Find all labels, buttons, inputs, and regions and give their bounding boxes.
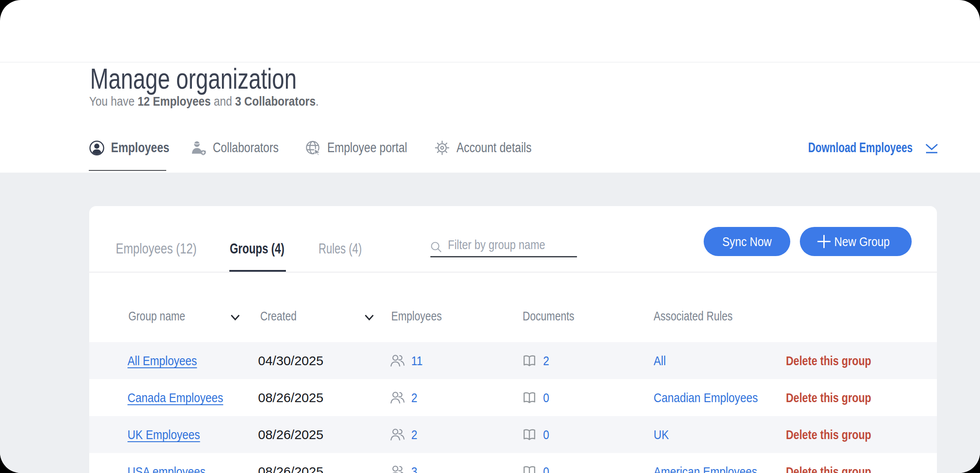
column-header-created: Created [260,306,297,326]
sort-group-name-icon[interactable] [230,314,240,323]
content-section: Employees (12) Groups (4) Rules (4) Sync… [0,173,980,473]
people-icon [390,466,405,473]
employees-count[interactable]: 11 [411,353,423,368]
new-group-label: New Group [834,227,889,256]
associated-rules-link[interactable]: Canadian Employees [654,390,758,405]
tab-employee-portal-label: Employee portal [327,140,407,156]
documents-count[interactable]: 2 [543,353,549,368]
download-employees-label: Download Employees [808,140,913,156]
delete-group-link[interactable]: Delete this group [786,390,871,405]
book-icon [523,355,536,367]
table-row: USA employees 08/26/2025 3 [89,453,937,473]
groups-card: Employees (12) Groups (4) Rules (4) Sync… [89,206,937,473]
employees-count[interactable]: 2 [411,427,417,442]
subtitle-suffix: . [315,94,319,108]
associated-rules-link[interactable]: UK [654,427,669,442]
people-icon [390,392,405,403]
people-icon [390,429,405,440]
gear-icon [434,140,450,156]
created-date: 08/26/2025 [258,416,323,453]
page-title: Manage organization [90,61,297,96]
person-circle-icon [89,140,104,156]
table-row: Canada Employees 08/26/2025 [89,379,937,416]
globe-icon [305,140,321,156]
subtitle-joiner: and [211,94,235,108]
delete-group-link[interactable]: Delete this group [786,353,871,368]
created-date: 04/30/2025 [258,342,323,379]
created-date: 08/26/2025 [258,379,323,416]
filter-input[interactable] [430,236,577,257]
tab-account-details[interactable]: Account details [434,137,548,158]
documents-count[interactable]: 0 [543,464,549,473]
column-header-associated-rules: Associated Rules [654,306,732,326]
card-tab-groups[interactable]: Groups (4) [230,238,284,259]
group-name-link[interactable]: All Employees [128,353,197,368]
sync-now-button[interactable]: Sync Now [704,227,790,256]
subtitle-collaborators-count: 3 Collaborators [235,94,315,108]
group-name-link[interactable]: USA employees [128,464,205,473]
group-name-link[interactable]: UK Employees [128,427,200,442]
table-row: All Employees 04/30/2025 11 [89,342,937,379]
delete-group-link[interactable]: Delete this group [786,427,871,442]
plus-icon [816,234,832,252]
created-date: 08/26/2025 [258,453,323,473]
column-header-group-name: Group name [128,306,185,326]
book-icon [523,392,536,404]
employees-count[interactable]: 3 [411,464,417,473]
delete-group-link[interactable]: Delete this group [786,464,871,473]
column-header-documents: Documents [523,306,574,326]
card-tab-employees[interactable]: Employees (12) [116,238,197,259]
sync-now-label: Sync Now [722,234,772,249]
book-icon [523,429,536,441]
sort-created-icon[interactable] [364,314,374,323]
tab-collaborators[interactable]: Collaborators [191,137,293,158]
active-tab-underline [89,170,166,171]
tab-employee-portal[interactable]: Employee portal [305,137,425,158]
table-row: UK Employees 08/26/2025 2 [89,416,937,453]
tab-account-details-label: Account details [456,140,531,156]
documents-count[interactable]: 0 [543,427,549,442]
subtitle-prefix: You have [89,94,138,108]
page-subtitle: You have 12 Employees and 3 Collaborator… [89,93,319,110]
person-shield-icon [191,140,206,156]
card-tab-rules[interactable]: Rules (4) [319,238,362,259]
people-icon [390,355,405,366]
column-header-employees: Employees [391,306,442,326]
download-icon[interactable] [925,143,938,155]
book-icon [523,466,536,473]
subtitle-employees-count: 12 Employees [138,94,211,108]
associated-rules-link[interactable]: All [654,353,666,368]
tab-employees[interactable]: Employees [89,137,182,158]
group-name-link[interactable]: Canada Employees [128,390,223,405]
new-group-button[interactable]: New Group [800,227,912,256]
employees-count[interactable]: 2 [411,390,417,405]
tab-employees-label: Employees [111,140,169,156]
tab-collaborators-label: Collaborators [213,140,279,156]
associated-rules-link[interactable]: American Employees [654,464,757,473]
documents-count[interactable]: 0 [543,390,549,405]
card-tabs-divider [89,272,937,273]
app-window: Manage organization You have 12 Employee… [0,0,980,473]
